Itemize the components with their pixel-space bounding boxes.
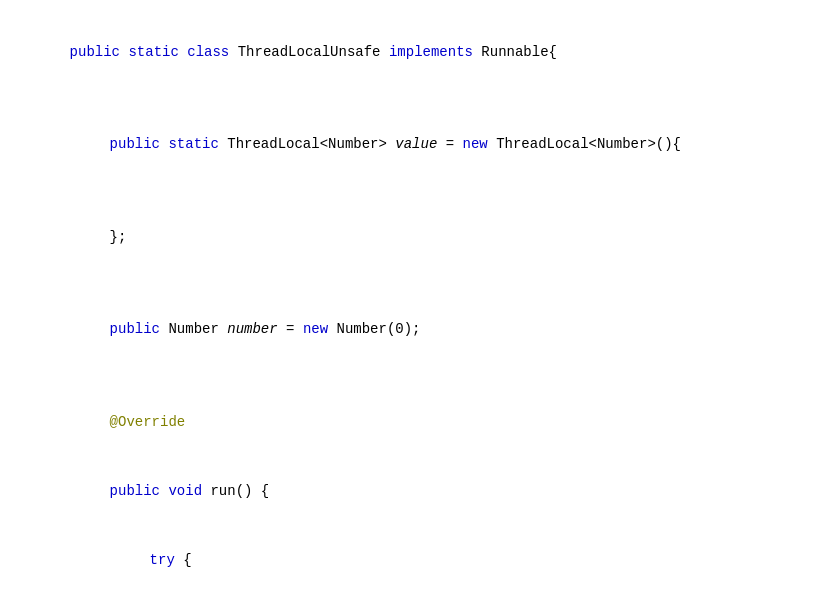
var-number: number: [227, 321, 277, 337]
kw-void1: void: [168, 483, 202, 499]
line-try: try {: [36, 526, 796, 595]
kw-public3: public: [110, 321, 160, 337]
annotation-override: @Override: [110, 414, 186, 430]
kw-static2: static: [168, 136, 218, 152]
kw-try: try: [150, 552, 175, 568]
kw-public4: public: [110, 483, 160, 499]
keyword-static: static: [128, 44, 178, 60]
var-value: value: [395, 136, 437, 152]
kw-new1: new: [463, 136, 488, 152]
keyword-implements: implements: [389, 44, 473, 60]
code-container: public static class ThreadLocalUnsafe im…: [20, 10, 812, 609]
keyword-class: class: [187, 44, 229, 60]
line-1: public static class ThreadLocalUnsafe im…: [36, 18, 796, 87]
kw-new2: new: [303, 321, 328, 337]
line-run: public void run() {: [36, 457, 796, 526]
line-3: public static ThreadLocal<Number> value …: [36, 110, 796, 179]
kw-public2: public: [110, 136, 160, 152]
line-blank3: [36, 272, 796, 295]
line-blank1: [36, 87, 796, 110]
line-blank2: [36, 180, 796, 203]
line-7: public Number number = new Number(0);: [36, 295, 796, 364]
line-5: };: [36, 203, 796, 272]
line-comment1: //每个线程计数器加1: [36, 595, 796, 609]
line-blank4: [36, 364, 796, 387]
keyword-public: public: [70, 44, 120, 60]
line-override: @Override: [36, 388, 796, 457]
